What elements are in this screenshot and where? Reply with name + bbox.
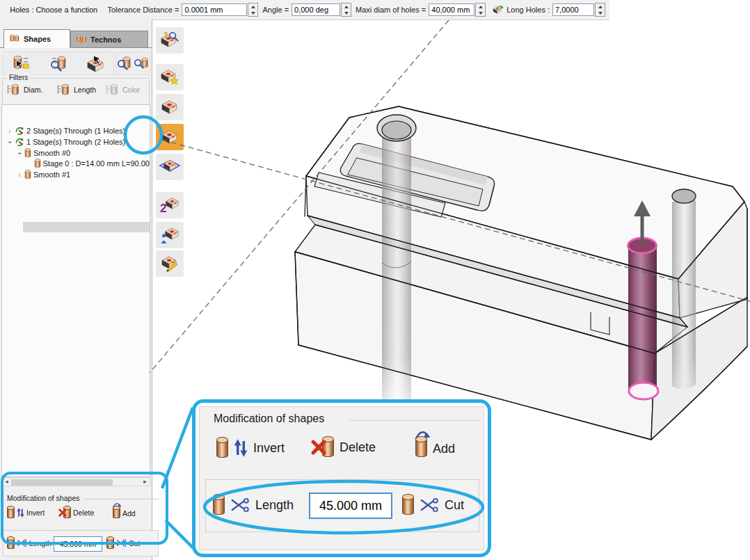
angle-spinner[interactable] <box>341 3 351 17</box>
angle-input[interactable] <box>292 3 340 16</box>
tolerance-distance-spinner[interactable] <box>248 3 258 17</box>
tree-item-stage-0[interactable]: Stage 0 : D=14.00 mm L=90.00 <box>2 158 150 169</box>
side-tool-open-hole-box-button[interactable] <box>156 154 184 180</box>
tree-item-stages-1[interactable]: › 1 Stage(s) Through (2 Holes) <box>2 136 150 147</box>
select-hole-list-button[interactable] <box>12 54 31 72</box>
holes-function-window: Holes : Choose a function Tolerance Dist… <box>0 0 750 560</box>
spinner-down-icon[interactable] <box>342 10 351 16</box>
scissors-icon <box>116 539 127 547</box>
annotation-funnel-top <box>162 408 193 488</box>
filter-length-label: Length <box>74 86 96 94</box>
cylinder-icon <box>7 537 15 549</box>
shapes-tab-icon <box>10 33 21 45</box>
add-cylinders-icon <box>113 506 120 520</box>
side-tool-hole-box-button[interactable] <box>156 94 184 120</box>
cylinder-icon <box>34 159 41 168</box>
invert-label: Invert <box>26 509 45 517</box>
tree-item-label[interactable]: 1 Stage(s) Through (2 Holes) <box>26 138 125 146</box>
modification-callout: Modification of shapes Invert Delete Add <box>192 399 491 557</box>
spinner-down-icon[interactable] <box>596 10 605 16</box>
modification-title: Modification of shapes <box>6 494 81 502</box>
chevron-collapsed-icon[interactable]: › <box>6 127 13 135</box>
spinner-down-icon[interactable] <box>476 10 485 16</box>
spinner-up-icon[interactable] <box>248 3 257 10</box>
angle-field: Angle = <box>262 3 351 17</box>
side-tool-reorder-holes-button[interactable]: 2 <box>156 192 184 218</box>
invert-button[interactable]: Invert <box>216 438 285 458</box>
spinner-down-icon[interactable] <box>248 10 257 16</box>
zoom-hole-button[interactable] <box>134 55 149 72</box>
angle-label: Angle = <box>262 6 289 14</box>
tab-technos[interactable]: Technos <box>70 31 148 48</box>
filters-title: Filters <box>7 74 30 81</box>
zoom-holes-button[interactable] <box>117 55 132 72</box>
scroll-right-icon[interactable]: ▸ <box>141 478 149 486</box>
scroll-left-icon[interactable]: ◂ <box>3 478 10 486</box>
tree-item-stages-2[interactable]: › 2 Stage(s) Through (1 Holes) <box>2 125 150 136</box>
long-holes-label: Long Holes : <box>506 6 550 14</box>
tree-item-label[interactable]: Smooth #1 <box>33 170 70 179</box>
side-tool-inspect-hole-button[interactable]: ? <box>156 27 184 54</box>
length-cut-group: Length Cut <box>3 530 159 557</box>
delete-button[interactable]: Delete <box>58 506 94 518</box>
select-shape-button[interactable] <box>86 54 105 72</box>
side-tool-choose-function-button[interactable] <box>156 124 184 150</box>
cylinder-icon <box>402 495 414 515</box>
cut-button[interactable]: Cut <box>106 537 140 549</box>
length-value-input[interactable] <box>309 493 392 519</box>
side-tool-edit-hole-button[interactable] <box>156 250 184 277</box>
delete-button[interactable]: Delete <box>311 438 376 457</box>
cylinder-icon <box>213 495 225 515</box>
chevron-expanded-icon[interactable]: › <box>6 138 14 145</box>
cut-button[interactable]: Cut <box>402 495 464 515</box>
tree-item-label[interactable]: 2 Stage(s) Through (1 Holes) <box>26 127 125 135</box>
length-label: Length <box>29 539 51 547</box>
spinner-up-icon[interactable] <box>342 3 351 10</box>
add-button[interactable]: Add <box>415 438 455 461</box>
tree-item-smooth-0[interactable]: › Smooth #0 <box>2 147 150 159</box>
tree-item-label[interactable]: Stage 0 : D=14.00 mm L=90.00 <box>43 159 150 168</box>
tree-item-label[interactable]: Smooth #0 <box>33 149 70 157</box>
cylinder-icon <box>24 148 31 158</box>
spinner-up-icon[interactable] <box>596 3 605 10</box>
chevron-expanded-icon[interactable]: › <box>16 150 24 157</box>
top-toolbar: Holes : Choose a function Tolerance Dist… <box>0 0 609 20</box>
add-button[interactable]: Add <box>113 506 136 520</box>
selected-hole-cylinder <box>628 245 657 394</box>
tree-selection-highlight <box>23 222 150 232</box>
modification-title: Modification of shapes <box>212 413 326 425</box>
tolerance-distance-label: Tolerance Distance = <box>107 6 179 14</box>
tree-item-smooth-1[interactable]: › Smooth #1 <box>2 169 150 180</box>
side-tool-hole-wizard-button[interactable] <box>156 222 184 248</box>
long-holes-input[interactable] <box>552 3 594 16</box>
spinner-up-icon[interactable] <box>476 3 485 10</box>
long-holes-field: Long Holes : <box>506 3 605 17</box>
stages-through-icon <box>15 137 24 147</box>
side-tool-new-hole-button[interactable] <box>156 64 184 90</box>
length-button[interactable]: Length <box>7 537 51 549</box>
long-holes-spinner[interactable] <box>595 3 605 17</box>
cut-label: Cut <box>129 539 140 547</box>
chevron-collapsed-icon[interactable]: › <box>16 171 23 179</box>
delete-label: Delete <box>73 509 94 517</box>
search-hole-button[interactable] <box>49 54 68 72</box>
filter-diam-button[interactable]: Diam. <box>7 83 42 97</box>
maxi-diam-input[interactable] <box>429 3 474 16</box>
tree-horizontal-scrollbar[interactable]: ◂ ▸ <box>1 477 150 486</box>
scrollbar-thumb[interactable] <box>11 479 113 486</box>
maxi-diam-label: Maxi diam of holes = <box>356 6 426 14</box>
length-value-input[interactable] <box>54 536 102 552</box>
scissors-icon <box>230 498 250 512</box>
selected-hole-top-ring <box>628 238 657 253</box>
selected-hole-bottom-ring <box>629 383 658 399</box>
svg-text:?: ? <box>163 31 168 39</box>
length-cut-group: Length Cut <box>205 479 479 532</box>
cylinder-icon <box>24 170 31 179</box>
tab-shapes[interactable]: Shapes <box>3 29 70 48</box>
invert-button[interactable]: Invert <box>7 506 45 518</box>
maxi-diam-spinner[interactable] <box>475 3 486 17</box>
length-button[interactable]: Length <box>213 495 294 515</box>
filter-length-button[interactable]: Length <box>57 83 96 97</box>
invert-arrows-icon <box>234 438 248 458</box>
tolerance-distance-input[interactable] <box>182 3 247 16</box>
